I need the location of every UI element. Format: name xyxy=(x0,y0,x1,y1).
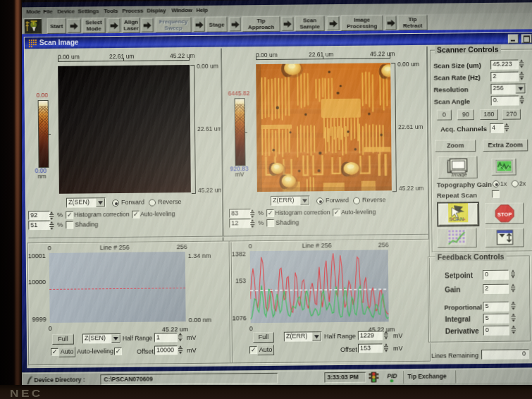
svg-text:Image: Image xyxy=(452,171,468,177)
svg-text:STOP: STOP xyxy=(497,211,512,217)
